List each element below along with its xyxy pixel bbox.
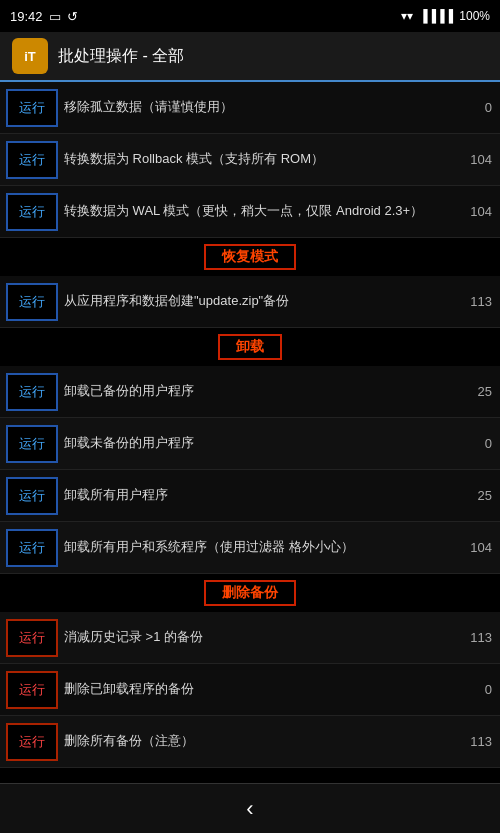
item-description: 转换数据为 WAL 模式（更快，稍大一点，仅限 Android 2.3+） [64,202,470,220]
app-icon: iT [12,38,48,74]
item-row: 运行卸载所有用户程序25 [0,470,500,522]
item-description: 移除孤立数据（请谨慎使用） [64,98,470,116]
run-button[interactable]: 运行 [6,89,58,127]
wifi-icon: ▾▾ [401,9,413,23]
item-count: 104 [470,540,500,555]
run-button[interactable]: 运行 [6,425,58,463]
battery-display: 100% [459,9,490,23]
item-count: 25 [470,384,500,399]
item-count: 25 [470,488,500,503]
item-count: 113 [470,630,500,645]
item-row: 运行卸载已备份的用户程序25 [0,366,500,418]
run-button[interactable]: 运行 [6,283,58,321]
item-row: 运行转换数据为 WAL 模式（更快，稍大一点，仅限 Android 2.3+）1… [0,186,500,238]
time-display: 19:42 [10,9,43,24]
item-count: 104 [470,204,500,219]
item-count: 113 [470,734,500,749]
section-label-3: 卸载 [218,334,282,360]
item-description: 卸载已备份的用户程序 [64,382,470,400]
run-button[interactable]: 运行 [6,477,58,515]
run-button[interactable]: 运行 [6,671,58,709]
run-button[interactable]: 运行 [6,141,58,179]
section-header-1: 恢复模式 [0,238,500,276]
run-button[interactable]: 运行 [6,619,58,657]
status-right: ▾▾ ▐▐▐▐ 100% [401,9,490,23]
item-description: 消减历史记录 >1 的备份 [64,628,470,646]
item-description: 卸载所有用户和系统程序（使用过滤器 格外小心） [64,538,470,556]
section-label-1: 恢复模式 [204,244,296,270]
item-count: 0 [470,100,500,115]
run-button[interactable]: 运行 [6,529,58,567]
section-label-5: 删除备份 [204,580,296,606]
run-button[interactable]: 运行 [6,723,58,761]
title-bar: iT 批处理操作 - 全部 [0,32,500,82]
item-description: 删除已卸载程序的备份 [64,680,470,698]
rotate-icon: ↺ [67,9,78,24]
run-button[interactable]: 运行 [6,373,58,411]
main-scroll-area[interactable]: 运行移除孤立数据（请谨慎使用）0运行转换数据为 Rollback 模式（支持所有… [0,82,500,783]
item-description: 卸载所有用户程序 [64,486,470,504]
signal-icon: ▐▐▐▐ [419,9,453,23]
item-count: 104 [470,152,500,167]
page-title: 批处理操作 - 全部 [58,46,184,67]
item-row: 运行删除已卸载程序的备份0 [0,664,500,716]
item-description: 删除所有备份（注意） [64,732,470,750]
item-row: 运行转换数据为 Rollback 模式（支持所有 ROM）104 [0,134,500,186]
item-count: 113 [470,294,500,309]
item-row: 运行卸载未备份的用户程序0 [0,418,500,470]
item-description: 转换数据为 Rollback 模式（支持所有 ROM） [64,150,470,168]
item-row: 运行移除孤立数据（请谨慎使用）0 [0,82,500,134]
screen-icon: ▭ [49,9,61,24]
back-button[interactable]: ‹ [246,796,253,822]
bottom-nav: ‹ [0,783,500,833]
run-button[interactable]: 运行 [6,193,58,231]
status-left: 19:42 ▭ ↺ [10,9,78,24]
item-row: 运行从应用程序和数据创建"update.zip"备份113 [0,276,500,328]
item-row: 运行消减历史记录 >1 的备份113 [0,612,500,664]
item-description: 从应用程序和数据创建"update.zip"备份 [64,292,470,310]
item-row: 运行卸载所有用户和系统程序（使用过滤器 格外小心）104 [0,522,500,574]
item-count: 0 [470,682,500,697]
status-bar: 19:42 ▭ ↺ ▾▾ ▐▐▐▐ 100% [0,0,500,32]
section-header-3: 卸载 [0,328,500,366]
item-count: 0 [470,436,500,451]
item-description: 卸载未备份的用户程序 [64,434,470,452]
item-row: 运行删除所有备份（注意）113 [0,716,500,768]
section-header-5: 删除备份 [0,574,500,612]
